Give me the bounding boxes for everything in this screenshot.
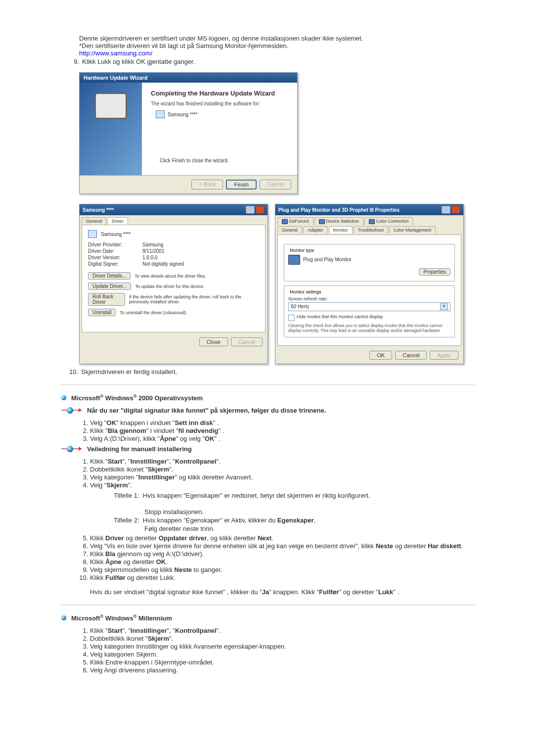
list-item: Dobbeltklikk ikonet "Skjerm".: [90, 635, 475, 642]
list-item: Velg Angi driverens plassering.: [90, 666, 475, 674]
hide-modes-desc: Clearing this check box allows you to se…: [288, 323, 450, 333]
samsung-link[interactable]: http://www.samsung.com/: [79, 49, 152, 57]
tab-troubleshoot[interactable]: Troubleshoot: [354, 226, 388, 234]
pnp-apply-button: Apply: [430, 351, 458, 360]
win2000-trailer: Hvis du ser vinduet "digital signatur ik…: [90, 588, 475, 596]
sig-not-found-heading: Når du ser "digital signatur ikke funnet…: [87, 407, 326, 414]
manual-steps-list-2: Klikk Driver og deretter Oppdater driver…: [59, 534, 475, 581]
wizard-back-button: < Back: [191, 180, 223, 189]
section-bullet-icon: [61, 395, 66, 400]
manual-steps-list: Klikk "Start", "Innstillinger", "Kontrol…: [59, 458, 475, 489]
rollback-driver-button[interactable]: Roll Back Driver: [88, 293, 125, 306]
hide-modes-label: Hide modes that this monitor cannot disp…: [297, 314, 383, 319]
uninstall-desc: To uninstall the driver (Advanced).: [120, 310, 187, 315]
tab-color-correction[interactable]: Color Correction: [364, 217, 413, 225]
wizard-note: Click Finish to close the wizard.: [151, 118, 288, 168]
driver-details-button[interactable]: Driver Details...: [88, 272, 131, 280]
list-item: Velg "Vis en liste over kjente drivere f…: [90, 542, 475, 550]
chevron-down-icon: ▾: [440, 303, 448, 310]
update-driver-button[interactable]: Update Driver...: [88, 283, 131, 290]
divider: [59, 605, 475, 605]
list-item: Velg kategorien Skjerm.: [90, 651, 475, 658]
arrow-marker-icon: [61, 407, 82, 414]
arrow-marker-icon: [61, 445, 82, 452]
monitor-icon: [288, 255, 300, 265]
monitor-icon: [156, 110, 165, 118]
list-item: Klikk Driver og deretter Oppdater driver…: [90, 534, 475, 542]
refresh-rate-value: 60 Hertz: [291, 304, 310, 309]
tilfelle-2: Tilfelle 2: Hvis knappen "Egenskaper" er…: [90, 517, 475, 524]
tab-monitor[interactable]: Monitor: [329, 226, 353, 234]
pnp-title: Plug and Play Monitor and 3D Prophet III…: [278, 207, 400, 213]
help-icon[interactable]: [246, 206, 255, 214]
manual-install-heading: Veiledning for manuell installering: [87, 445, 192, 453]
tab-device-selection[interactable]: Device Selection: [314, 217, 364, 225]
refresh-rate-dropdown[interactable]: 60 Hertz ▾: [288, 302, 450, 311]
list-item: Klikk "Bla gjennom" i vinduet "fil nødve…: [90, 427, 475, 434]
kv3-k: Digital Signer:: [88, 261, 142, 267]
wizard-finish-button[interactable]: Finish: [226, 180, 256, 189]
drvprop-close-button[interactable]: Close: [199, 337, 228, 346]
monitor-type-label: Monitor type: [288, 248, 316, 253]
list-item: Velg "OK" knappen i vinduet "Sett inn di…: [90, 419, 475, 426]
kv3-v: Not digitally signed: [142, 261, 184, 267]
drvprop-cancel-button: Cancel: [231, 337, 263, 346]
list-item: Klikk Fullfør og deretter Lukk.: [90, 574, 475, 581]
list-item: Dobbeltklikk ikonet "Skjerm".: [90, 466, 475, 473]
driver-details-desc: To view details about the driver files.: [134, 274, 206, 279]
refresh-rate-label: Screen refresh rate:: [288, 296, 450, 301]
section-bullet-icon: [61, 615, 66, 620]
list-item: Velg kategorien Innstillinger og klikk A…: [90, 643, 475, 650]
tab-general-2[interactable]: General: [277, 226, 302, 234]
kv0-k: Driver Provider:: [88, 242, 142, 247]
wizard-subtext: The wizard has finished installing the s…: [151, 101, 288, 106]
wizard-titlebar: Hardware Update Wizard: [80, 73, 297, 83]
winme-steps-list: Klikk "Start", "Innstillinger", "Kontrol…: [59, 627, 475, 674]
tab-adapter[interactable]: Adapter: [303, 226, 328, 234]
kv1-k: Driver Date:: [88, 248, 142, 254]
stopp-line: Stopp installasjonen.: [90, 508, 475, 516]
monitor-settings-label: Monitor settings: [288, 289, 323, 294]
monitor-icon: [88, 230, 97, 238]
properties-button[interactable]: Properties: [419, 268, 450, 276]
folg-line: Følg deretter neste trinn.: [90, 525, 475, 532]
winme-heading: Microsoft® Windows® Millennium: [71, 614, 172, 622]
hide-modes-checkbox[interactable]: [288, 315, 295, 321]
pnp-monitor-dialog: Plug and Play Monitor and 3D Prophet III…: [275, 204, 464, 364]
win2000-heading: Microsoft® Windows® 2000 Operativsystem: [71, 394, 203, 402]
step-9-text: Klikk Lukk og klikk OK gjentatte ganger.: [82, 58, 475, 65]
monitor-type-value: Plug and Play Monitor: [303, 257, 352, 262]
list-item: Klikk Bla gjennom og velg A:\(D:\driver)…: [90, 550, 475, 558]
update-driver-desc: To update the driver for this device.: [135, 284, 204, 289]
tilfelle-1: Tilfelle 1: Hvis knappen "Egenskaper" er…: [90, 492, 475, 499]
list-item: Velg skjermmodellen og klikk Neste to ga…: [90, 566, 475, 573]
pnp-cancel-button[interactable]: Cancel: [395, 351, 427, 360]
driver-properties-dialog: Samsung **** General Driver Samsung ****…: [79, 204, 268, 364]
drvprop-title: Samsung ****: [83, 207, 114, 213]
list-item: Klikk "Start", "Innstillinger", "Kontrol…: [90, 627, 475, 634]
kv2-v: 1.0.0.0: [142, 255, 158, 260]
tab-driver[interactable]: Driver: [107, 217, 128, 225]
kv2-k: Driver Version:: [88, 255, 142, 260]
tab-color-management[interactable]: Color Management: [389, 226, 436, 234]
list-item: Klikk Åpne og deretter OK.: [90, 558, 475, 566]
tab-general[interactable]: General: [82, 217, 106, 225]
divider: [59, 384, 475, 385]
intro-line-1: Denne skjermdriveren er sertifisert unde…: [79, 35, 475, 42]
intro-line-2: *Den sertifiserte driveren vil bli lagt …: [79, 42, 475, 49]
step-9-number: 9.: [65, 58, 82, 65]
pnp-ok-button[interactable]: OK: [369, 351, 392, 360]
wizard-device-icon: [94, 93, 127, 119]
help-icon[interactable]: [442, 206, 450, 214]
list-item: Klikk "Start", "Innstillinger", "Kontrol…: [90, 458, 475, 465]
close-icon[interactable]: [256, 206, 265, 214]
uninstall-button[interactable]: Uninstall: [88, 309, 116, 316]
list-item: Velg A:(D:\Driver), klikk "Åpne" og velg…: [90, 435, 475, 442]
wizard-device-name: Samsung ****: [168, 112, 198, 117]
sig-steps-list: Velg "OK" knappen i vinduet "Sett inn di…: [59, 419, 475, 442]
list-item: Velg "Skjerm".: [90, 481, 475, 489]
wizard-cancel-button: Cancel: [260, 180, 291, 189]
close-icon[interactable]: [451, 206, 460, 214]
list-item: Klikk Endre-knappen i Skjermtype-området…: [90, 659, 475, 666]
tab-geforce3[interactable]: GeForce3: [277, 217, 313, 225]
